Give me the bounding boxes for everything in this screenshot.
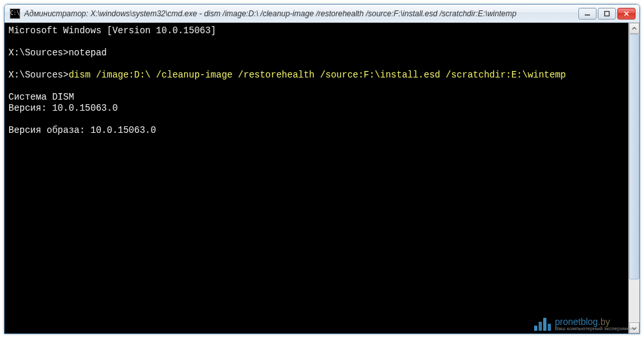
maximize-button[interactable] [598, 8, 616, 20]
scroll-thumb[interactable] [629, 34, 639, 279]
scroll-down-button[interactable] [629, 322, 639, 333]
minimize-icon [584, 10, 591, 17]
console-prompt: X:\Sources> [8, 48, 68, 58]
titlebar[interactable]: C:\ Администратор: X:\windows\system32\c… [5, 5, 639, 23]
window-controls [578, 8, 636, 20]
console-command-highlighted: dism /image:D:\ /cleanup-image /restoreh… [68, 70, 566, 80]
minimize-button[interactable] [578, 8, 597, 20]
console-line: Версия образа: 10.0.15063.0 [8, 125, 156, 135]
console-line: Версия: 10.0.15063.0 [8, 103, 118, 113]
cmd-icon: C:\ [10, 8, 20, 19]
close-button[interactable] [617, 8, 636, 20]
console-output[interactable]: Microsoft Windows [Version 10.0.15063] X… [5, 23, 628, 333]
svg-rect-1 [605, 11, 610, 16]
console-area: Microsoft Windows [Version 10.0.15063] X… [5, 23, 639, 333]
console-command: notepad [68, 48, 107, 58]
console-prompt: X:\Sources> [8, 70, 68, 80]
chevron-down-icon [632, 326, 637, 331]
maximize-icon [604, 10, 610, 17]
scrollbar[interactable] [628, 23, 639, 333]
scroll-track[interactable] [629, 34, 639, 322]
console-line: Cистема DISM [8, 92, 74, 102]
console-line: Microsoft Windows [Version 10.0.15063] [8, 25, 216, 36]
chevron-up-icon [632, 26, 637, 31]
cmd-window: C:\ Администратор: X:\windows\system32\c… [4, 4, 640, 334]
scroll-up-button[interactable] [629, 23, 639, 34]
window-title: Администратор: X:\windows\system32\cmd.e… [24, 9, 578, 18]
close-icon [623, 10, 630, 17]
